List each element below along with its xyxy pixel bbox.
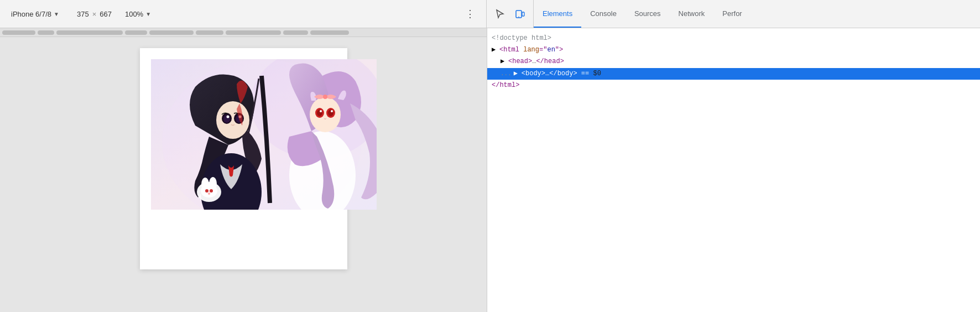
viewport-width[interactable]: 375 <box>77 10 89 18</box>
scroll-segment <box>149 30 194 35</box>
scroll-segment <box>125 30 147 35</box>
body-line[interactable]: ...▶<body>…</body> == $0 <box>487 68 980 80</box>
phone-frame <box>140 48 347 269</box>
more-menu-button[interactable]: ⋮ <box>461 6 479 22</box>
svg-point-16 <box>216 101 249 139</box>
dollar-zero: $0 <box>593 70 601 77</box>
tab-console[interactable]: Console <box>581 0 625 28</box>
scroll-segment <box>310 30 349 35</box>
cursor-tool-button[interactable] <box>491 5 509 23</box>
html-close-line[interactable]: </html> <box>487 80 980 91</box>
ellipsis-indicator: ... <box>501 70 512 77</box>
device-name: iPhone 6/7/8 <box>11 10 51 18</box>
zoom-selector[interactable]: 100% ▼ <box>125 10 151 18</box>
svg-point-12 <box>320 110 322 112</box>
svg-point-21 <box>226 116 229 118</box>
devtools-elements-panel: <!doctype html> ▶<html lang="en"> ▶<head… <box>487 28 980 312</box>
doctype-text: <!doctype html> <box>492 34 551 42</box>
tab-network[interactable]: Network <box>670 0 714 28</box>
scroll-segment <box>38 30 54 35</box>
devtools-tabs: Elements Console Sources Network Perfor <box>534 0 751 28</box>
tab-elements[interactable]: Elements <box>534 0 581 28</box>
anime-image <box>151 59 377 210</box>
devtools-icon-group <box>487 0 534 28</box>
devtools-toolbar: iPhone 6/7/8 ▼ 375 × 667 100% ▼ ⋮ <box>0 0 980 28</box>
elements-tree: <!doctype html> ▶<html lang="en"> ▶<head… <box>487 28 980 312</box>
svg-rect-1 <box>522 12 524 16</box>
device-toolbar: iPhone 6/7/8 ▼ 375 × 667 100% ▼ ⋮ <box>0 0 487 28</box>
scroll-segment <box>196 30 223 35</box>
tab-performance[interactable]: Perfor <box>713 0 750 28</box>
equals-sign: == <box>577 70 593 77</box>
svg-point-13 <box>331 110 333 112</box>
cursor-icon <box>495 9 505 19</box>
html-tag-open: <html <box>499 46 523 54</box>
scroll-segment <box>56 30 123 35</box>
viewport-content <box>0 37 487 312</box>
html-triangle[interactable]: ▶ <box>492 45 498 51</box>
zoom-dropdown-arrow: ▼ <box>145 11 151 17</box>
svg-point-29 <box>208 193 210 195</box>
device-toggle-button[interactable] <box>511 5 529 23</box>
tab-sources[interactable]: Sources <box>625 0 670 28</box>
scroll-segment <box>226 30 281 35</box>
body-triangle[interactable]: ▶ <box>514 69 520 75</box>
body-tag: <body> <box>522 70 545 77</box>
svg-point-28 <box>210 189 213 193</box>
anime-illustration <box>151 59 377 210</box>
html-open-line[interactable]: ▶<html lang="en"> <box>487 44 980 56</box>
viewport-scrollbar[interactable] <box>0 28 487 37</box>
head-triangle[interactable]: ▶ <box>501 56 507 63</box>
scroll-segment <box>283 30 308 35</box>
head-line[interactable]: ▶<head>…</head> <box>487 56 980 67</box>
viewport-height[interactable]: 667 <box>100 10 112 18</box>
devtools-panel-toolbar: Elements Console Sources Network Perfor <box>487 0 980 28</box>
svg-point-26 <box>201 184 217 197</box>
scroll-segment <box>2 30 35 35</box>
html-lang-value: en <box>547 46 555 54</box>
html-lang-attr: lang <box>523 46 539 54</box>
svg-point-27 <box>205 189 208 193</box>
device-selector[interactable]: iPhone 6/7/8 ▼ <box>7 8 64 20</box>
doctype-line[interactable]: <!doctype html> <box>487 33 980 44</box>
svg-point-7 <box>310 97 341 132</box>
main-content: <!doctype html> ▶<html lang="en"> ▶<head… <box>0 28 980 312</box>
browser-viewport <box>0 28 487 312</box>
head-tag: <head> <box>508 58 532 65</box>
device-icon <box>515 9 525 19</box>
svg-point-14 <box>323 95 327 99</box>
zoom-level: 100% <box>125 10 143 18</box>
device-dropdown-arrow: ▼ <box>54 11 59 17</box>
dimension-display: 375 × 667 <box>77 10 112 18</box>
svg-point-2 <box>518 17 519 18</box>
dimension-separator: × <box>92 10 97 18</box>
html-close-tag: </html> <box>492 81 519 89</box>
